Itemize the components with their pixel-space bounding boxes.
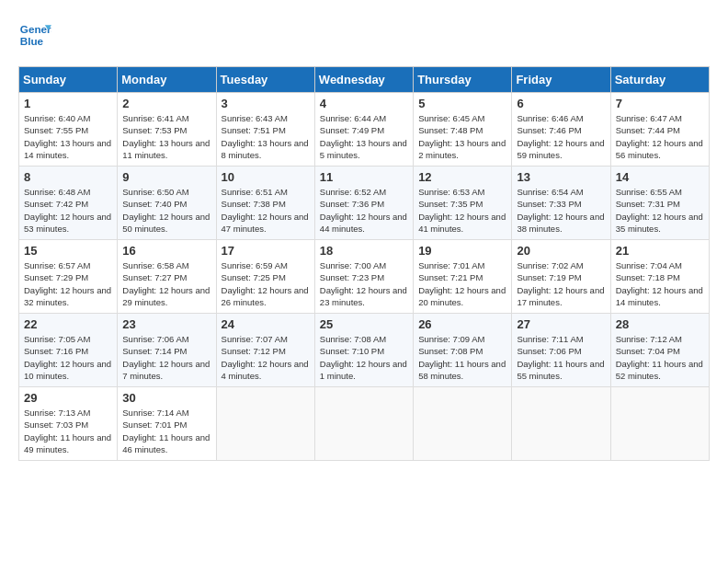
- daylight-label: Daylight: 12 hours and 20 minutes.: [418, 285, 506, 307]
- calendar-week-2: 8 Sunrise: 6:48 AM Sunset: 7:42 PM Dayli…: [19, 167, 710, 240]
- sunset-label: Sunset: 7:01 PM: [122, 419, 187, 430]
- day-number: 22: [24, 317, 112, 331]
- calendar-cell: 17 Sunrise: 6:59 AM Sunset: 7:25 PM Dayl…: [216, 240, 314, 314]
- column-header-saturday: Saturday: [610, 67, 709, 93]
- day-number: 17: [222, 244, 310, 258]
- daylight-label: Daylight: 12 hours and 17 minutes.: [517, 285, 604, 307]
- daylight-label: Daylight: 12 hours and 50 minutes.: [122, 212, 210, 234]
- sunset-label: Sunset: 7:18 PM: [616, 272, 680, 282]
- day-number: 25: [320, 317, 408, 331]
- cell-info: Sunrise: 7:06 AM Sunset: 7:14 PM Dayligh…: [122, 333, 210, 382]
- sunset-label: Sunset: 7:03 PM: [24, 419, 88, 430]
- daylight-label: Daylight: 12 hours and 56 minutes.: [616, 138, 703, 160]
- sunrise-label: Sunrise: 6:54 AM: [517, 187, 583, 197]
- day-number: 16: [122, 244, 210, 258]
- calendar-cell: 5 Sunrise: 6:45 AM Sunset: 7:48 PM Dayli…: [414, 93, 512, 167]
- calendar-cell: 16 Sunrise: 6:58 AM Sunset: 7:27 PM Dayl…: [118, 240, 216, 314]
- calendar-cell: 23 Sunrise: 7:06 AM Sunset: 7:14 PM Dayl…: [118, 314, 216, 387]
- day-number: 3: [222, 97, 310, 110]
- daylight-label: Daylight: 12 hours and 44 minutes.: [320, 212, 407, 234]
- sunset-label: Sunset: 7:55 PM: [24, 125, 88, 135]
- sunrise-label: Sunrise: 7:12 AM: [616, 334, 682, 344]
- daylight-label: Daylight: 12 hours and 1 minute.: [320, 359, 407, 381]
- cell-info: Sunrise: 7:04 AM Sunset: 7:18 PM Dayligh…: [616, 259, 704, 308]
- daylight-label: Daylight: 12 hours and 23 minutes.: [320, 285, 407, 307]
- sunrise-label: Sunrise: 6:50 AM: [122, 187, 188, 197]
- sunset-label: Sunset: 7:38 PM: [222, 199, 286, 209]
- cell-info: Sunrise: 6:41 AM Sunset: 7:53 PM Dayligh…: [122, 112, 210, 161]
- calendar-week-4: 22 Sunrise: 7:05 AM Sunset: 7:16 PM Dayl…: [19, 314, 710, 387]
- calendar-cell: [512, 387, 610, 461]
- calendar-cell: 22 Sunrise: 7:05 AM Sunset: 7:16 PM Dayl…: [19, 314, 118, 387]
- daylight-label: Daylight: 12 hours and 26 minutes.: [222, 285, 309, 307]
- calendar-cell: [216, 387, 314, 461]
- sunset-label: Sunset: 7:29 PM: [24, 272, 88, 282]
- sunset-label: Sunset: 7:44 PM: [616, 125, 680, 135]
- calendar-cell: 4 Sunrise: 6:44 AM Sunset: 7:49 PM Dayli…: [314, 93, 413, 167]
- sunset-label: Sunset: 7:48 PM: [418, 125, 483, 135]
- calendar-cell: 26 Sunrise: 7:09 AM Sunset: 7:08 PM Dayl…: [414, 314, 512, 387]
- sunset-label: Sunset: 7:49 PM: [320, 125, 384, 135]
- day-number: 4: [320, 97, 408, 110]
- calendar-cell: 24 Sunrise: 7:07 AM Sunset: 7:12 PM Dayl…: [216, 314, 314, 387]
- sunset-label: Sunset: 7:27 PM: [122, 272, 187, 282]
- day-number: 13: [517, 170, 605, 184]
- sunset-label: Sunset: 7:12 PM: [222, 346, 286, 356]
- sunrise-label: Sunrise: 6:53 AM: [418, 187, 484, 197]
- calendar-cell: 25 Sunrise: 7:08 AM Sunset: 7:10 PM Dayl…: [314, 314, 413, 387]
- sunset-label: Sunset: 7:16 PM: [24, 346, 88, 356]
- cell-info: Sunrise: 6:46 AM Sunset: 7:46 PM Dayligh…: [517, 112, 605, 161]
- day-number: 12: [418, 170, 506, 184]
- sunrise-label: Sunrise: 6:57 AM: [24, 260, 90, 270]
- sunrise-label: Sunrise: 7:01 AM: [418, 260, 484, 270]
- calendar-cell: 13 Sunrise: 6:54 AM Sunset: 7:33 PM Dayl…: [512, 167, 610, 240]
- cell-info: Sunrise: 6:55 AM Sunset: 7:31 PM Dayligh…: [616, 186, 704, 235]
- sunrise-label: Sunrise: 6:48 AM: [24, 187, 90, 197]
- sunset-label: Sunset: 7:33 PM: [517, 199, 581, 209]
- cell-info: Sunrise: 6:44 AM Sunset: 7:49 PM Dayligh…: [320, 112, 408, 161]
- calendar-cell: 11 Sunrise: 6:52 AM Sunset: 7:36 PM Dayl…: [314, 167, 413, 240]
- daylight-label: Daylight: 12 hours and 47 minutes.: [222, 212, 309, 234]
- daylight-label: Daylight: 12 hours and 7 minutes.: [122, 359, 210, 381]
- daylight-label: Daylight: 13 hours and 2 minutes.: [418, 138, 506, 160]
- calendar-header: SundayMondayTuesdayWednesdayThursdayFrid…: [19, 67, 710, 93]
- calendar-week-1: 1 Sunrise: 6:40 AM Sunset: 7:55 PM Dayli…: [19, 93, 710, 167]
- sunset-label: Sunset: 7:08 PM: [418, 346, 483, 356]
- daylight-label: Daylight: 12 hours and 53 minutes.: [24, 212, 111, 234]
- sunrise-label: Sunrise: 6:51 AM: [222, 187, 288, 197]
- calendar-cell: 8 Sunrise: 6:48 AM Sunset: 7:42 PM Dayli…: [19, 167, 118, 240]
- logo: General Blue: [18, 18, 51, 52]
- cell-info: Sunrise: 6:59 AM Sunset: 7:25 PM Dayligh…: [222, 259, 310, 308]
- day-number: 5: [418, 97, 506, 110]
- day-number: 18: [320, 244, 408, 258]
- sunset-label: Sunset: 7:19 PM: [517, 272, 581, 282]
- cell-info: Sunrise: 7:09 AM Sunset: 7:08 PM Dayligh…: [418, 333, 506, 382]
- daylight-label: Daylight: 12 hours and 14 minutes.: [616, 285, 703, 307]
- day-number: 15: [24, 244, 112, 258]
- day-number: 20: [517, 244, 605, 258]
- calendar-week-3: 15 Sunrise: 6:57 AM Sunset: 7:29 PM Dayl…: [19, 240, 710, 314]
- day-number: 23: [122, 317, 210, 331]
- cell-info: Sunrise: 7:11 AM Sunset: 7:06 PM Dayligh…: [517, 333, 605, 382]
- day-number: 10: [222, 170, 310, 184]
- sunrise-label: Sunrise: 6:46 AM: [517, 113, 583, 123]
- svg-text:Blue: Blue: [20, 35, 44, 47]
- cell-info: Sunrise: 7:08 AM Sunset: 7:10 PM Dayligh…: [320, 333, 408, 382]
- calendar-cell: 6 Sunrise: 6:46 AM Sunset: 7:46 PM Dayli…: [512, 93, 610, 167]
- cell-info: Sunrise: 6:57 AM Sunset: 7:29 PM Dayligh…: [24, 259, 112, 308]
- column-header-tuesday: Tuesday: [216, 67, 314, 93]
- svg-text:General: General: [20, 23, 51, 35]
- column-header-friday: Friday: [512, 67, 610, 93]
- day-number: 6: [517, 97, 605, 110]
- daylight-label: Daylight: 11 hours and 55 minutes.: [517, 359, 604, 381]
- day-number: 2: [122, 97, 210, 110]
- daylight-label: Daylight: 12 hours and 29 minutes.: [122, 285, 210, 307]
- cell-info: Sunrise: 6:53 AM Sunset: 7:35 PM Dayligh…: [418, 186, 506, 235]
- sunset-label: Sunset: 7:06 PM: [517, 346, 581, 356]
- column-header-monday: Monday: [118, 67, 216, 93]
- day-number: 29: [24, 391, 112, 405]
- calendar-cell: 30 Sunrise: 7:14 AM Sunset: 7:01 PM Dayl…: [118, 387, 216, 461]
- daylight-label: Daylight: 12 hours and 38 minutes.: [517, 212, 604, 234]
- calendar-week-5: 29 Sunrise: 7:13 AM Sunset: 7:03 PM Dayl…: [19, 387, 710, 461]
- day-number: 26: [418, 317, 506, 331]
